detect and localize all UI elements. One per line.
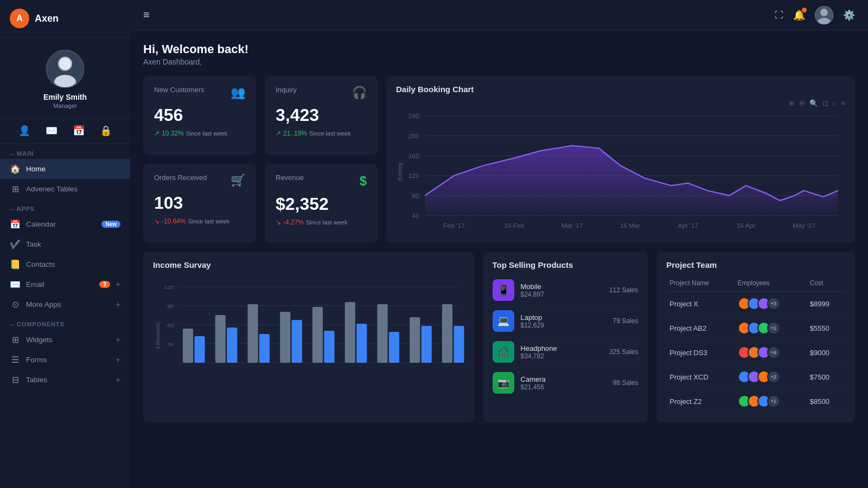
settings-icon[interactable]: ⚙️ <box>843 9 855 21</box>
product-name: Headphone <box>521 344 603 352</box>
sidebar-item-label: More Apps <box>26 300 110 309</box>
product-info: Laptop $12,629 <box>521 313 607 329</box>
widgets-plus-icon[interactable]: + <box>116 335 120 345</box>
cost-cell: $7500 <box>807 365 845 389</box>
stat-change: ↘ -10.64% Since last week <box>154 217 245 225</box>
revenue-icon: $ <box>360 174 367 189</box>
sidebar-item-label: Tables <box>26 376 110 384</box>
main-content: Hi, Welcome back! Axen Dashboard, New Cu… <box>130 30 868 488</box>
product-icon-headphone: 🎧 <box>493 341 514 363</box>
download-icon[interactable]: ⊡ <box>822 99 828 107</box>
table-row: Project X +3 $8999 <box>666 292 845 316</box>
table-row: Project DS3 +4 $9000 <box>666 341 845 365</box>
sidebar-item-email[interactable]: ✉️ Email 3 + <box>0 274 130 294</box>
cost-cell: $8500 <box>807 389 845 414</box>
sidebar-item-calendar[interactable]: 📅 Calendar New <box>0 214 130 234</box>
stat-change: ↘ -4.27% Since last week <box>276 219 367 226</box>
topbar-right: ⛶ 🔔 ⚙️ <box>775 6 855 24</box>
sidebar: A Axen Emily Smith Manager 👤 ✉️ 📅 🔒 -- M… <box>0 0 130 488</box>
fullscreen-icon[interactable]: ⛶ <box>775 10 783 20</box>
project-table: Project Name Employees Cost Project X <box>666 275 845 414</box>
contacts-icon: 📒 <box>10 259 21 269</box>
sidebar-item-task[interactable]: ✔️ Task <box>0 234 130 254</box>
sidebar-item-label: Email <box>26 280 94 288</box>
forms-plus-icon[interactable]: + <box>116 355 120 365</box>
down-arrow-icon: ↘ <box>154 217 159 225</box>
sidebar-item-label: Calendar <box>26 220 96 228</box>
sidebar-item-more-apps[interactable]: ⊙ More Apps + <box>0 294 130 314</box>
top-selling-title: Top Selling Products <box>493 260 639 269</box>
notification-dot <box>802 8 807 12</box>
cost-cell: $9000 <box>807 341 845 365</box>
sidebar-item-tables[interactable]: ⊟ Tables + <box>0 370 130 390</box>
bar-blue <box>324 331 334 363</box>
bar-gray <box>377 304 387 363</box>
logo-icon: A <box>10 9 29 28</box>
svg-text:120: 120 <box>409 173 419 179</box>
product-price: $24,897 <box>521 291 603 298</box>
home-chart-icon[interactable]: ⌂ <box>833 99 837 107</box>
product-sales: 79 Sales <box>613 317 639 325</box>
calendar-nav-icon: 📅 <box>10 219 21 229</box>
product-icon-mobile: 📱 <box>493 279 514 301</box>
topbar-avatar[interactable] <box>815 6 833 24</box>
change-percent: -10.64% <box>162 217 186 225</box>
svg-text:90: 90 <box>167 304 174 309</box>
product-item: 🎧 Headphone $34,782 325 Sales <box>493 337 639 368</box>
sidebar-item-contacts[interactable]: 📒 Contacts <box>0 254 130 274</box>
zoom-in-icon[interactable]: ⊕ <box>789 99 795 107</box>
topbar-left: ≡ <box>143 9 150 21</box>
sidebar-item-home[interactable]: 🏠 Home <box>0 159 130 179</box>
profile-icon[interactable]: 👤 <box>18 125 30 137</box>
svg-text:Booking: Booking <box>397 163 403 181</box>
email-plus-icon[interactable]: + <box>116 280 120 290</box>
bar-gray <box>280 312 290 363</box>
lock-icon[interactable]: 🔒 <box>100 125 112 137</box>
menu-button[interactable]: ≡ <box>143 9 150 21</box>
bar-gray <box>442 304 452 363</box>
product-item: 📷 Camera $21,456 98 Sales <box>493 368 639 398</box>
chart-toolbar[interactable]: ⊕ ⊖ 🔍 ⊡ ⌂ ≡ <box>396 99 845 107</box>
notification-icon[interactable]: 🔔 <box>793 9 805 21</box>
calendar-badge: New <box>101 221 120 228</box>
tables-plus-icon[interactable]: + <box>116 375 120 385</box>
stat-title: Revenue <box>276 174 304 182</box>
customers-icon: 👥 <box>231 86 245 100</box>
avatar-more: +1 <box>767 322 780 335</box>
sidebar-item-forms[interactable]: ☰ Forms + <box>0 350 130 370</box>
stat-card-inquiry: Inquiry 🎧 3,423 ↗ 21..19% Since last wee… <box>265 76 378 155</box>
sidebar-item-label: Advenec Tables <box>26 185 120 193</box>
section-apps-label: -- APPS <box>0 199 130 214</box>
income-title: Income Survay <box>153 260 464 269</box>
more-apps-plus-icon[interactable]: + <box>116 300 120 310</box>
svg-text:160: 160 <box>409 153 419 159</box>
zoom-out-icon[interactable]: ⊖ <box>799 99 805 107</box>
svg-text:Mar '17: Mar '17 <box>561 223 583 229</box>
svg-text:120: 120 <box>164 285 174 290</box>
sidebar-item-widgets[interactable]: ⊞ Widgets + <box>0 330 130 350</box>
col-employees: Employees <box>735 275 807 292</box>
stat-title: New Customers <box>154 86 204 94</box>
bar-gray <box>410 317 420 363</box>
avatar-more: +2 <box>767 370 780 383</box>
change-percent: -4.27% <box>283 219 304 226</box>
since-text: Since last week <box>306 219 347 226</box>
calendar-icon[interactable]: 📅 <box>73 125 85 137</box>
mail-icon[interactable]: ✉️ <box>46 125 58 137</box>
up-arrow-icon: ↗ <box>276 130 281 137</box>
stat-title: Orders Received <box>154 174 207 182</box>
stat-card-new-customers: New Customers 👥 456 ↗ 10.32% Since last … <box>143 76 256 155</box>
product-item: 📱 Mobile $24,897 112 Sales <box>493 275 639 306</box>
menu-chart-icon[interactable]: ≡ <box>841 99 845 107</box>
svg-text:60: 60 <box>167 323 174 328</box>
bar-blue <box>227 328 237 363</box>
project-title: Project Team <box>666 260 845 269</box>
sidebar-item-advenec-tables[interactable]: ⊞ Advenec Tables <box>0 179 130 199</box>
bar-blue <box>422 326 432 363</box>
product-icon-laptop: 💻 <box>493 310 514 332</box>
bar-blue <box>292 320 302 363</box>
bar-blue <box>356 324 367 363</box>
search-chart-icon[interactable]: 🔍 <box>809 99 818 107</box>
email-icon: ✉️ <box>10 279 21 290</box>
product-sales: 98 Sales <box>613 379 639 387</box>
